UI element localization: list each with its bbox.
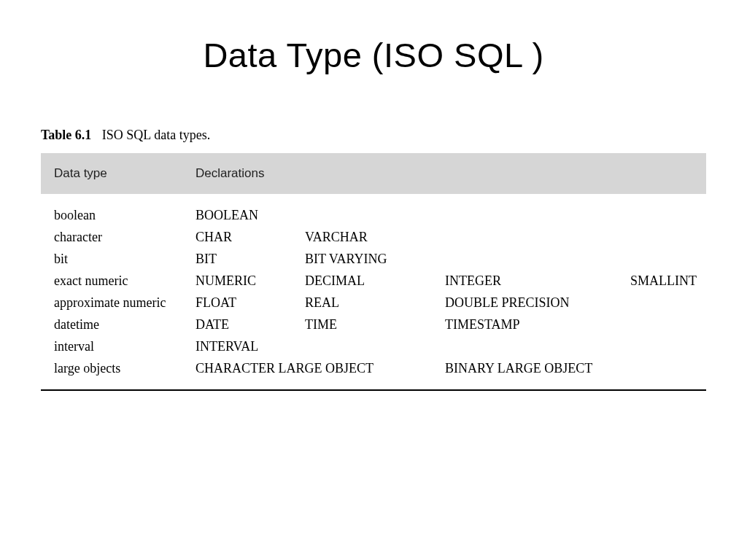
- table-row: large objectsCHARACTER LARGE OBJECTBINAR…: [54, 357, 706, 379]
- table-row: characterCHARVARCHAR: [54, 226, 706, 248]
- cell-declaration: [445, 204, 630, 226]
- table-row: intervalINTERVAL: [54, 335, 706, 357]
- cell-declaration: BINARY LARGE OBJECT: [445, 357, 630, 379]
- table-row: booleanBOOLEAN: [54, 204, 706, 226]
- table-row: approximate numericFLOATREALDOUBLE PRECI…: [54, 292, 706, 314]
- cell-declaration: TIME: [305, 314, 445, 335]
- cell-declaration: INTERVAL: [196, 335, 305, 357]
- cell-declaration: REAL: [305, 292, 445, 314]
- page-title: Data Type (ISO SQL ): [0, 0, 747, 75]
- cell-declaration: CHAR: [196, 226, 305, 248]
- header-declarations: Declarations: [196, 166, 265, 181]
- table-body: booleanBOOLEANcharacterCHARVARCHARbitBIT…: [41, 194, 706, 391]
- cell-data-type: approximate numeric: [54, 292, 196, 314]
- cell-declaration: TIMESTAMP: [445, 314, 630, 335]
- cell-declaration: [445, 226, 630, 248]
- cell-data-type: large objects: [54, 357, 196, 379]
- cell-declaration: [445, 335, 630, 357]
- table-header: Data type Declarations: [41, 153, 706, 194]
- cell-declaration: DECIMAL: [305, 270, 445, 292]
- table-row: exact numericNUMERICDECIMALINTEGERSMALLI…: [54, 270, 706, 292]
- table-caption: Table 6.1 ISO SQL data types.: [41, 128, 747, 143]
- caption-text: ISO SQL data types.: [102, 128, 210, 142]
- slide: Data Type (ISO SQL ) Table 6.1 ISO SQL d…: [0, 0, 747, 560]
- data-types-table: Data type Declarations booleanBOOLEANcha…: [41, 153, 706, 391]
- cell-data-type: character: [54, 226, 196, 248]
- cell-declaration: BOOLEAN: [196, 204, 305, 226]
- cell-data-type: interval: [54, 335, 196, 357]
- cell-declaration: FLOAT: [196, 292, 305, 314]
- cell-declaration: SMALLINT: [630, 270, 697, 292]
- cell-declaration: [445, 248, 630, 270]
- cell-data-type: boolean: [54, 204, 196, 226]
- cell-declaration: [305, 204, 445, 226]
- cell-data-type: bit: [54, 248, 196, 270]
- cell-declaration: BIT: [196, 248, 305, 270]
- cell-declaration: CHARACTER LARGE OBJECT: [196, 357, 445, 379]
- table-row: datetimeDATETIMETIMESTAMP: [54, 314, 706, 335]
- header-data-type: Data type: [41, 166, 196, 181]
- cell-data-type: datetime: [54, 314, 196, 335]
- caption-label: Table 6.1: [41, 128, 91, 142]
- cell-declaration: NUMERIC: [196, 270, 305, 292]
- cell-declaration: BIT VARYING: [305, 248, 445, 270]
- cell-declaration: [305, 335, 445, 357]
- cell-data-type: exact numeric: [54, 270, 196, 292]
- cell-declaration: VARCHAR: [305, 226, 445, 248]
- cell-declaration: INTEGER: [445, 270, 630, 292]
- table-row: bitBITBIT VARYING: [54, 248, 706, 270]
- cell-declaration: DOUBLE PRECISION: [445, 292, 630, 314]
- cell-declaration: DATE: [196, 314, 305, 335]
